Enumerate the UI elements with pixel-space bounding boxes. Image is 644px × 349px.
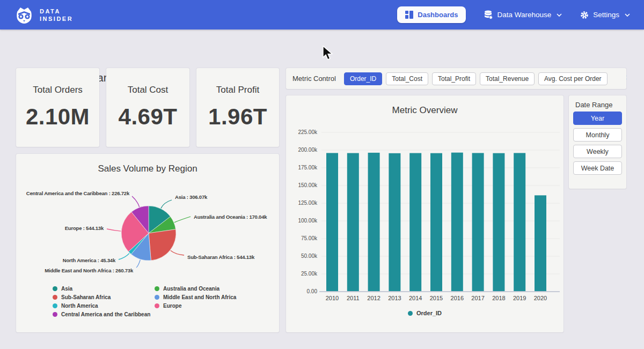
legend-dot	[53, 295, 57, 300]
data-warehouse-label: Data Warehouse	[497, 11, 551, 19]
bar-chart-title: Metric Overview	[286, 105, 564, 116]
pie-legend-item[interactable]: Europe	[155, 303, 181, 309]
legend-dot	[155, 286, 159, 291]
pie-label-line	[107, 229, 121, 231]
metric-control-bar: Metric Control Order_ID Total_Cost Total…	[286, 68, 626, 89]
x-tick-label: 2020	[534, 295, 547, 301]
pie-slice-label: Sub-Saharan Africa : 544.13k	[187, 254, 255, 260]
y-tick-label: 100.00k	[298, 218, 318, 224]
y-tick-label: 0.00	[307, 288, 318, 294]
x-tick-label: 2016	[451, 295, 464, 301]
bar[interactable]	[389, 153, 400, 292]
kpi-card-total-cost: Total Cost 4.69T	[106, 68, 189, 147]
date-range-year-button[interactable]: Year	[573, 112, 622, 125]
metric-button-total-revenue[interactable]: Total_Revenue	[480, 72, 535, 85]
y-tick-label: 175.00k	[298, 165, 318, 170]
x-tick-label: 2015	[430, 295, 443, 301]
page: DATA INSIDER Dashboards D	[0, 0, 644, 349]
x-tick-label: 2017	[471, 295, 484, 301]
pie-legend-item[interactable]: North America	[53, 303, 98, 309]
pie-label-line	[119, 254, 129, 259]
x-tick-label: 2012	[367, 295, 380, 301]
brand[interactable]: DATA INSIDER	[14, 5, 73, 25]
pie-label-line	[136, 260, 140, 268]
brand-text: DATA INSIDER	[40, 8, 73, 23]
settings-menu[interactable]: Settings	[580, 11, 630, 19]
kpi-label: Total Cost	[106, 85, 189, 95]
bar[interactable]	[430, 153, 442, 292]
y-tick-label: 200.00k	[298, 147, 318, 153]
chevron-down-icon	[557, 13, 562, 17]
pie-label-line	[161, 200, 172, 208]
x-tick-label: 2019	[513, 295, 526, 301]
bar[interactable]	[451, 153, 463, 292]
pie-chart-card: Sales Volume by Region Asia : 306.07kAus…	[16, 154, 279, 332]
metric-button-avg-cost[interactable]: Avg. Cost per Order	[538, 72, 608, 85]
pie-legend-item[interactable]: Australia and Oceania	[155, 286, 219, 292]
kpi-label: Total Profit	[196, 85, 279, 95]
dashboards-label: Dashboards	[418, 11, 458, 19]
y-tick-label: 75.00k	[301, 235, 318, 241]
top-navbar: DATA INSIDER Dashboards D	[0, 0, 644, 29]
date-range-weekdate-button[interactable]: Week Date	[573, 161, 622, 175]
date-range-panel: Date Range Year Monthly Weekly Week Date	[569, 95, 626, 189]
metric-button-order-id[interactable]: Order_ID	[344, 72, 382, 85]
legend-dot	[53, 303, 57, 308]
pie-slice[interactable]	[149, 229, 176, 261]
y-tick-label: 150.00k	[298, 182, 318, 188]
pie-slice-label: Australia and Oceania : 170.04k	[194, 214, 267, 220]
date-range-label: Date Range	[575, 101, 612, 109]
nav-menu: Dashboards Data Warehouse	[397, 6, 630, 23]
bar[interactable]	[326, 153, 338, 292]
x-tick-label: 2013	[388, 295, 401, 301]
legend-dot	[155, 295, 159, 300]
legend-dot	[155, 303, 159, 308]
date-range-weekly-button[interactable]: Weekly	[573, 145, 622, 158]
dashboards-button[interactable]: Dashboards	[397, 6, 466, 23]
database-icon	[484, 10, 493, 19]
settings-label: Settings	[593, 11, 619, 19]
bar-legend-item[interactable]: Order_ID	[286, 310, 564, 316]
pie-slice-label: Middle East and North Africa : 260.73k	[45, 268, 134, 273]
metric-button-total-profit[interactable]: Total_Profit	[432, 72, 476, 85]
data-warehouse-menu[interactable]: Data Warehouse	[484, 10, 562, 19]
y-tick-label: 225.00k	[298, 129, 318, 135]
pie-label-line	[132, 196, 140, 207]
owl-logo-icon	[14, 5, 34, 25]
date-range-monthly-button[interactable]: Monthly	[573, 128, 622, 142]
pie-label-line	[171, 250, 184, 255]
legend-dot	[53, 312, 57, 317]
bar[interactable]	[514, 153, 525, 292]
bar-chart[interactable]: 0.0025.00k50.00k75.00k100.00k125.00k150.…	[286, 128, 564, 307]
bar[interactable]	[368, 153, 380, 292]
bar-chart-card: Metric Overview 0.0025.00k50.00k75.00k10…	[286, 95, 564, 332]
gear-icon	[580, 11, 589, 19]
kpi-value: 2.10M	[16, 104, 99, 130]
pie-slice-label: Europe : 544.13k	[65, 225, 104, 231]
legend-dot	[53, 286, 57, 291]
kpi-card-total-profit: Total Profit 1.96T	[196, 68, 279, 147]
pie-chart-title: Sales Volume by Region	[16, 164, 279, 174]
pie-legend-item[interactable]: Central America and the Caribbean	[53, 311, 150, 317]
kpi-value: 4.69T	[106, 104, 189, 130]
bar[interactable]	[347, 153, 359, 292]
pie-legend-item[interactable]: Sub-Saharan Africa	[53, 294, 111, 300]
y-tick-label: 50.00k	[301, 253, 318, 259]
y-tick-label: 125.00k	[298, 200, 318, 206]
metric-button-total-cost[interactable]: Total_Cost	[386, 72, 428, 85]
pie-legend-item[interactable]: Middle East and North Africa	[155, 294, 236, 300]
x-tick-label: 2011	[347, 295, 360, 301]
x-tick-label: 2010	[326, 295, 339, 301]
pie-slice-label: North America : 45.34k	[63, 257, 116, 263]
pie-legend-item[interactable]: Asia	[53, 286, 72, 292]
page-header: Sales Dashboard Add Filter Boost:Off	[0, 29, 644, 64]
bar[interactable]	[472, 153, 484, 292]
grid-icon	[405, 11, 413, 19]
x-tick-label: 2014	[409, 295, 422, 301]
bar[interactable]	[535, 195, 546, 292]
kpi-card-total-orders: Total Orders 2.10M	[16, 68, 99, 147]
pie-slice-label: Central America and the Caribbean : 226.…	[26, 190, 130, 196]
metric-control-label: Metric Control	[292, 75, 336, 83]
bar[interactable]	[493, 153, 504, 292]
bar[interactable]	[409, 153, 421, 292]
